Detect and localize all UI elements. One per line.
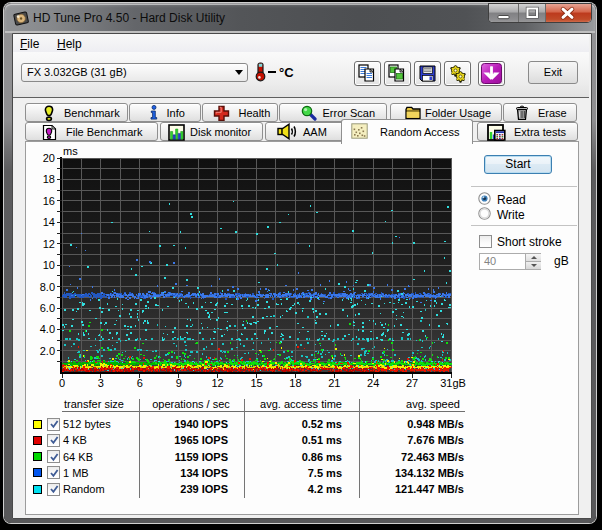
- svg-text:10: 10: [43, 259, 55, 271]
- svg-text:0: 0: [59, 377, 65, 389]
- svg-text:12: 12: [211, 377, 223, 389]
- svg-text:18: 18: [289, 377, 301, 389]
- svg-text:21: 21: [328, 377, 340, 389]
- svg-text:ms: ms: [63, 145, 78, 157]
- svg-text:3: 3: [98, 377, 104, 389]
- svg-text:18: 18: [43, 173, 55, 185]
- svg-text:6.0: 6.0: [40, 302, 55, 314]
- svg-text:9: 9: [176, 377, 182, 389]
- svg-text:12: 12: [43, 238, 55, 250]
- svg-text:16: 16: [43, 195, 55, 207]
- svg-text:4.0: 4.0: [40, 323, 55, 335]
- svg-text:8.0: 8.0: [40, 281, 55, 293]
- svg-text:14: 14: [43, 216, 55, 228]
- svg-text:6: 6: [137, 377, 143, 389]
- svg-text:2.0: 2.0: [40, 345, 55, 357]
- svg-text:15: 15: [250, 377, 262, 389]
- svg-text:24: 24: [367, 377, 379, 389]
- svg-text:27: 27: [406, 377, 418, 389]
- svg-text:31gB: 31gB: [440, 377, 466, 389]
- svg-text:20: 20: [43, 152, 55, 164]
